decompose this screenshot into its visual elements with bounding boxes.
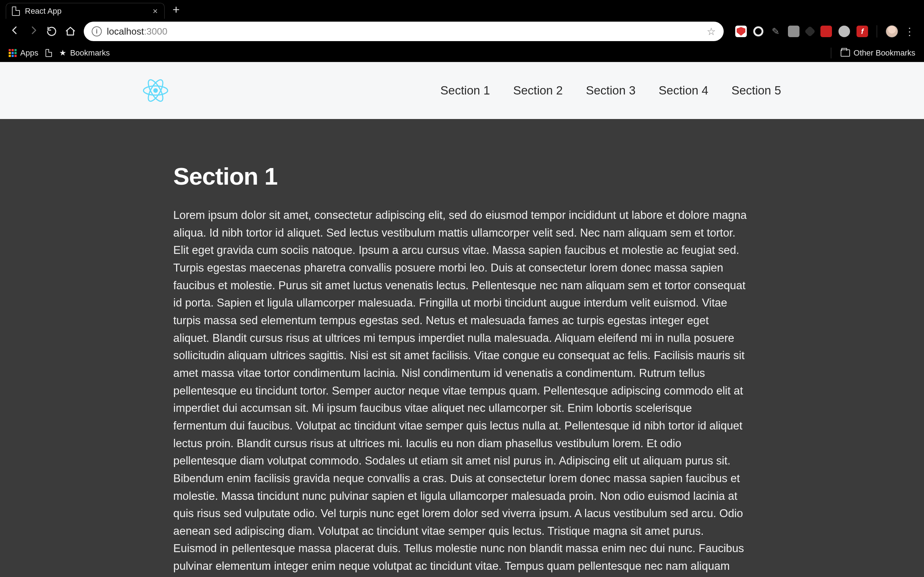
site-info-icon[interactable]: i (92, 26, 102, 36)
extension-flash-icon[interactable]: f (856, 26, 868, 37)
tab-strip: React App × + (0, 0, 924, 19)
extension-icon[interactable]: ✎ (770, 26, 782, 37)
address-bar[interactable]: i localhost:3000 ☆ (84, 22, 724, 41)
other-bookmarks-label: Other Bookmarks (854, 48, 915, 58)
bookmark-item[interactable] (45, 49, 52, 57)
apps-label: Apps (20, 48, 38, 58)
page-icon (12, 6, 20, 16)
reload-button[interactable] (46, 26, 58, 37)
section-heading: Section 1 (173, 162, 747, 190)
site-header: Section 1 Section 2 Section 3 Section 4 … (0, 62, 924, 119)
profile-avatar[interactable] (886, 25, 898, 37)
url-text: localhost:3000 (107, 26, 168, 37)
other-bookmarks[interactable]: Other Bookmarks (841, 48, 915, 58)
section-1: Section 1 Lorem ipsum dolor sit amet, co… (0, 119, 924, 577)
nav-link-section-2[interactable]: Section 2 (513, 84, 563, 97)
bookmarks-bar: Apps ★ Bookmarks Other Bookmarks (0, 44, 924, 62)
extension-icon[interactable] (838, 26, 850, 37)
extension-icons: ✎ f ⋮ (735, 25, 915, 37)
bookmark-item[interactable]: ★ Bookmarks (59, 48, 110, 58)
browser-menu-button[interactable]: ⋮ (905, 26, 915, 37)
apps-icon (9, 49, 16, 57)
separator (831, 48, 831, 58)
nav-link-section-4[interactable]: Section 4 (659, 84, 709, 97)
browser-tab[interactable]: React App × (6, 3, 165, 19)
extension-icon[interactable] (804, 26, 815, 37)
extension-icon[interactable] (788, 26, 800, 37)
back-button[interactable] (9, 25, 21, 38)
star-icon: ★ (59, 48, 66, 58)
page-icon (45, 49, 52, 57)
bookmark-star-icon[interactable]: ☆ (707, 26, 716, 37)
forward-button[interactable] (27, 25, 40, 38)
extension-adblock-icon[interactable] (735, 26, 747, 37)
folder-icon (841, 49, 850, 56)
close-tab-icon[interactable]: × (153, 7, 158, 16)
new-tab-button[interactable]: + (173, 3, 180, 16)
url-port: :3000 (144, 26, 168, 37)
browser-chrome: React App × + i localhost:3000 ☆ ✎ (0, 0, 924, 62)
section-body: Lorem ipsum dolor sit amet, consectetur … (173, 206, 747, 577)
nav-link-section-5[interactable]: Section 5 (731, 84, 781, 97)
browser-toolbar: i localhost:3000 ☆ ✎ f ⋮ (0, 19, 924, 44)
tab-title: React App (25, 6, 148, 16)
nav-link-section-1[interactable]: Section 1 (440, 84, 490, 97)
extension-icon[interactable] (821, 26, 832, 37)
svg-point-0 (153, 89, 158, 93)
home-button[interactable] (65, 26, 77, 37)
bookmark-label: Bookmarks (70, 48, 110, 58)
react-logo-icon[interactable] (143, 78, 168, 103)
separator (877, 25, 877, 37)
apps-shortcut[interactable]: Apps (9, 48, 38, 58)
nav-link-section-3[interactable]: Section 3 (586, 84, 636, 97)
main-nav: Section 1 Section 2 Section 3 Section 4 … (440, 84, 781, 97)
extension-icon[interactable] (753, 26, 763, 36)
url-host: localhost (107, 26, 144, 37)
